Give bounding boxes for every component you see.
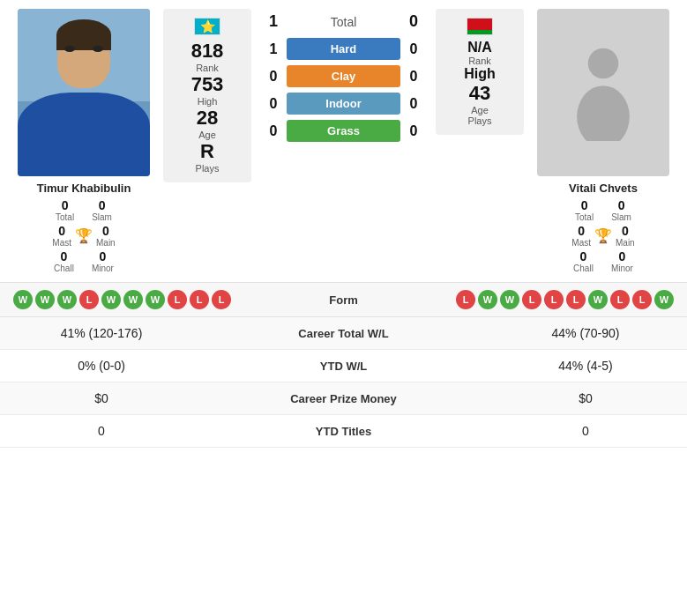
by-flag-container	[467, 18, 493, 35]
form-badge: W	[588, 290, 608, 309]
left-age-stat: 28 Age	[197, 107, 218, 140]
center-area: ⭐ 818 Rank 753 High 28 Age R Plays	[159, 9, 528, 273]
player-left-stats: 0 Total 0 Slam 0 Mast 🏆 0	[52, 198, 115, 273]
left-plays-stat: R Plays	[196, 140, 220, 174]
form-badge: L	[610, 290, 630, 309]
left-plays-label: Plays	[196, 163, 220, 174]
svg-point-1	[577, 85, 630, 141]
form-badge: W	[13, 290, 33, 309]
right-center-stats: N/A Rank High 43 Age Plays	[436, 9, 524, 135]
right-rank-stat: N/A Rank	[467, 40, 492, 66]
total-right: 0	[405, 12, 422, 31]
player-left-photo	[18, 9, 150, 176]
indoor-left: 0	[265, 96, 282, 112]
right-mast-label: Mast	[571, 238, 591, 248]
right-form-badges: LWWLLLWLLW	[456, 290, 674, 309]
player-left: Timur Khabibulin 0 Total 0 Slam 0 Mast	[9, 9, 159, 273]
stats-row: $0 Career Prize Money $0	[0, 382, 687, 415]
stats-center-label: YTD W/L	[190, 360, 497, 373]
stats-left-val: 0% (0-0)	[13, 359, 190, 373]
stats-center-label: YTD Titles	[190, 425, 497, 438]
form-badge: L	[544, 290, 564, 309]
right-plays-stat: Plays	[468, 115, 492, 126]
kz-flag: ⭐	[194, 18, 220, 35]
scores-section: 1 Total 0 1 Hard 0 0 Clay 0 0	[260, 9, 427, 144]
right-total-label: Total	[575, 212, 594, 222]
left-form-badges: WWWLWWWLLL	[13, 290, 231, 309]
left-chall-value: 0	[61, 249, 68, 263]
left-total-value: 0	[62, 198, 69, 212]
total-left: 1	[265, 12, 282, 31]
stats-right-val: $0	[497, 391, 674, 405]
form-badge: L	[79, 290, 99, 309]
form-badge: W	[478, 290, 497, 309]
form-badge: L	[212, 290, 231, 309]
stats-row: 0% (0-0) YTD W/L 44% (4-5)	[0, 350, 687, 382]
right-main-value: 0	[622, 224, 629, 238]
left-slam-label: Slam	[92, 212, 112, 222]
main-container: Timur Khabibulin 0 Total 0 Slam 0 Mast	[0, 0, 687, 448]
svg-point-0	[588, 48, 619, 79]
right-rank-label: Rank	[468, 56, 491, 66]
form-badge: L	[566, 290, 586, 309]
left-high-stat: 753 High	[191, 73, 224, 107]
player-silhouette-svg	[568, 44, 638, 141]
clay-right: 0	[405, 69, 422, 85]
right-minor-label: Minor	[611, 263, 633, 273]
grass-row: 0 Grass 0	[265, 118, 422, 144]
trophy-icon-left: 🏆	[75, 227, 93, 244]
clay-badge: Clay	[287, 65, 400, 87]
stats-center-label: Career Total W/L	[190, 327, 497, 340]
right-plays-label: Plays	[468, 115, 492, 126]
left-mast-label: Mast	[52, 238, 71, 248]
left-age-value: 28	[197, 107, 218, 130]
kz-flag-container: ⭐	[194, 18, 220, 35]
grass-badge: Grass	[287, 120, 400, 142]
form-badge: W	[101, 290, 121, 309]
left-slam-value: 0	[99, 198, 106, 212]
right-high-stat: High	[464, 66, 496, 82]
left-rank-label: Rank	[196, 63, 219, 73]
total-label: Total	[282, 15, 405, 29]
indoor-right: 0	[405, 96, 422, 112]
right-chall-value: 0	[580, 249, 587, 263]
grass-right: 0	[405, 123, 422, 139]
left-mast-value: 0	[58, 224, 65, 238]
left-minor-label: Minor	[92, 263, 114, 273]
right-age-value: 43	[469, 82, 490, 105]
player-right-name: Vitali Chvets	[569, 182, 638, 195]
form-badge: L	[168, 290, 187, 309]
left-rank-stat: 818 Rank	[191, 40, 224, 73]
form-label: Form	[309, 293, 379, 307]
total-row: 1 Total 0	[265, 9, 422, 34]
by-flag	[467, 18, 493, 35]
left-main-value: 0	[102, 224, 109, 238]
right-rank-value: N/A	[467, 40, 492, 56]
left-high-value: 753	[191, 73, 224, 96]
left-high-label: High	[198, 96, 218, 107]
clay-row: 0 Clay 0	[265, 63, 422, 89]
player-left-name: Timur Khabibulin	[37, 182, 131, 195]
right-mast-value: 0	[578, 224, 585, 238]
stats-right-val: 44% (4-5)	[497, 359, 674, 373]
right-main-label: Main	[616, 238, 635, 248]
player-right-stats: 0 Total 0 Slam 0 Mast 🏆 0	[571, 198, 634, 273]
stats-row: 0 YTD Titles 0	[0, 415, 687, 448]
form-section: WWWLWWWLLL Form LWWLLLWLLW	[0, 282, 687, 317]
trophy-icon-right: 🏆	[594, 227, 612, 244]
form-badge: W	[57, 290, 77, 309]
hard-row: 1 Hard 0	[265, 36, 422, 62]
right-slam-label: Slam	[611, 212, 631, 222]
left-total-label: Total	[56, 212, 74, 222]
hard-left: 1	[265, 41, 282, 57]
grass-left: 0	[265, 123, 282, 139]
stats-row: 41% (120-176) Career Total W/L 44% (70-9…	[0, 317, 687, 350]
right-age-label: Age	[471, 105, 489, 115]
clay-left: 0	[265, 69, 282, 85]
stats-left-val: $0	[13, 391, 190, 405]
left-plays-value: R	[200, 140, 214, 163]
players-section: Timur Khabibulin 0 Total 0 Slam 0 Mast	[0, 0, 687, 282]
form-badge: W	[146, 290, 165, 309]
left-main-label: Main	[96, 238, 116, 248]
hard-badge: Hard	[287, 38, 400, 60]
